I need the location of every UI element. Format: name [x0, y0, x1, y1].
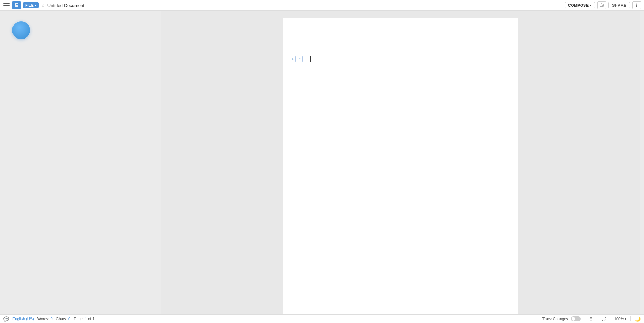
zoom-level: 100%	[614, 317, 624, 321]
editor-block-toolbar: + ≡	[290, 56, 303, 62]
statusbar-left: 💬 English (US) Words: 0 Chars: 0 Page: 1…	[3, 316, 542, 322]
right-panel	[640, 11, 644, 314]
grid-view-icon[interactable]: ⊞	[589, 316, 593, 321]
separator2	[597, 316, 597, 321]
block-icon: ≡	[299, 57, 301, 61]
header: FILE ▾ ☆ Untitled Document COMPOSE ▾ SHA…	[0, 0, 644, 11]
camera-icon	[600, 3, 604, 7]
compose-button[interactable]: COMPOSE ▾	[565, 2, 595, 8]
zoom-chevron-icon: ▾	[625, 317, 626, 321]
share-label: SHARE	[612, 3, 626, 7]
statusbar-right: Track Changes ⊞ ⛶ 100% ▾ 🌙	[542, 316, 641, 322]
info-button[interactable]: ℹ	[632, 1, 641, 9]
block-type-button[interactable]: ≡	[297, 56, 303, 62]
char-count: Chars: 0	[56, 317, 71, 321]
left-panel	[0, 11, 161, 314]
editor-area[interactable]: + ≡	[161, 11, 640, 314]
camera-icon-button[interactable]	[597, 1, 606, 9]
svg-rect-1	[16, 4, 18, 5]
file-button[interactable]: FILE ▾	[23, 2, 39, 8]
track-changes-label: Track Changes	[542, 317, 568, 321]
svg-point-5	[601, 5, 602, 6]
header-right: COMPOSE ▾ SHARE ℹ	[565, 1, 641, 9]
hamburger-menu-icon[interactable]	[3, 1, 10, 9]
language-selector[interactable]: English (US)	[12, 317, 34, 321]
document-title[interactable]: Untitled Document	[47, 3, 85, 8]
separator4	[630, 316, 631, 321]
fit-page-icon[interactable]: ⛶	[601, 316, 606, 321]
zoom-control[interactable]: 100% ▾	[614, 317, 626, 321]
svg-rect-6	[601, 3, 601, 4]
document-icon	[12, 1, 21, 9]
svg-rect-2	[16, 5, 18, 5]
statusbar: 💬 English (US) Words: 0 Chars: 0 Page: 1…	[0, 314, 644, 323]
compose-chevron-icon: ▾	[590, 3, 592, 7]
chat-icon[interactable]: 💬	[3, 316, 9, 322]
dark-mode-icon[interactable]: 🌙	[635, 316, 641, 322]
separator	[585, 316, 585, 321]
compose-label: COMPOSE	[568, 3, 589, 7]
add-block-button[interactable]: +	[290, 56, 296, 62]
word-count: Words: 0	[37, 317, 53, 321]
blue-circle-decoration	[12, 21, 30, 39]
separator3	[610, 316, 610, 321]
text-cursor[interactable]	[310, 56, 311, 62]
header-left: FILE ▾ ☆ Untitled Document	[3, 1, 564, 9]
main-area: + ≡	[0, 11, 644, 314]
info-icon: ℹ	[636, 3, 637, 8]
file-label: FILE	[25, 3, 34, 7]
document-page[interactable]: + ≡	[283, 18, 518, 314]
svg-rect-3	[16, 6, 17, 6]
add-icon: +	[292, 57, 294, 61]
share-button[interactable]: SHARE	[608, 2, 630, 8]
track-changes-toggle[interactable]	[571, 316, 581, 321]
favorite-star-icon[interactable]: ☆	[41, 2, 45, 8]
file-chevron-icon: ▾	[35, 3, 36, 7]
cursor-caret	[310, 56, 311, 62]
page-count: Page: 1 of 1	[74, 317, 94, 321]
